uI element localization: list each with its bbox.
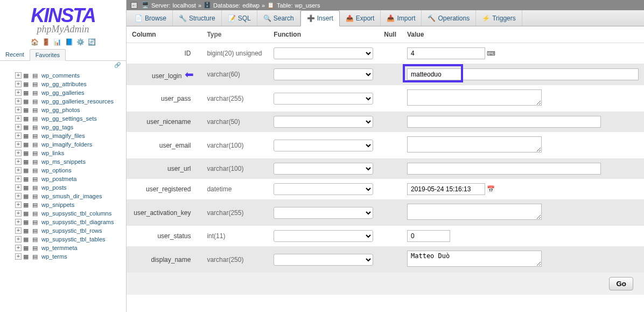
expand-icon[interactable]: + xyxy=(15,227,22,234)
db-link[interactable]: editwp xyxy=(242,2,260,9)
expand-icon[interactable]: + xyxy=(15,107,22,113)
expand-icon[interactable]: + xyxy=(15,245,22,251)
expand-icon[interactable]: + xyxy=(15,72,22,79)
keyboard-icon[interactable]: ⌨ xyxy=(487,50,495,57)
value-input-user_login[interactable] xyxy=(407,68,639,80)
tree-item-wp_supsystic_tbl_columns[interactable]: +▦▤wp_supsystic_tbl_columns xyxy=(0,209,126,218)
expand-icon[interactable]: + xyxy=(15,184,22,191)
tab-favorites[interactable]: Favorites xyxy=(30,49,66,61)
expand-icon[interactable]: + xyxy=(15,98,22,105)
function-select-user_activation_key[interactable] xyxy=(274,207,373,219)
col-value: 📅 xyxy=(402,179,644,199)
value-input-user_nicename[interactable] xyxy=(407,116,601,128)
tree-item-wp_gg_tags[interactable]: +▦▤wp_gg_tags xyxy=(0,123,126,131)
expand-icon[interactable]: + xyxy=(15,115,22,122)
tab-browse[interactable]: 📄Browse xyxy=(129,10,173,26)
server-link[interactable]: localhost xyxy=(172,2,195,9)
home-icon[interactable]: 🏠 xyxy=(31,38,38,46)
reload-icon[interactable]: 🔄 xyxy=(88,38,95,46)
expand-icon[interactable]: + xyxy=(15,158,22,165)
expand-icon[interactable]: + xyxy=(15,176,22,182)
link-icon[interactable]: 🔗 xyxy=(0,61,126,69)
tab-triggers[interactable]: ⚡Triggers xyxy=(476,10,522,26)
tree-item-wp_gg_photos[interactable]: +▦▤wp_gg_photos xyxy=(0,106,126,114)
function-select-display_name[interactable] xyxy=(274,254,373,266)
expand-icon[interactable]: + xyxy=(15,167,22,174)
expand-icon[interactable]: + xyxy=(15,202,22,208)
tab-structure[interactable]: 🔧Structure xyxy=(173,10,222,26)
table-link[interactable]: wp_users xyxy=(295,2,320,9)
expand-icon[interactable]: + xyxy=(15,141,22,148)
tree-item-wp_gg_galleries[interactable]: +▦▤wp_gg_galleries xyxy=(0,88,126,97)
go-button[interactable]: Go xyxy=(609,277,633,290)
function-select-ID[interactable] xyxy=(274,47,373,59)
value-input-user_status[interactable] xyxy=(407,230,450,242)
sidebar: KINSTA phpMyAdmin 🏠 🚪 📊 📘 ⚙️ 🔄 Recent Fa… xyxy=(0,0,127,312)
calendar-icon[interactable]: 📅 xyxy=(487,185,495,193)
exit-icon[interactable]: 🚪 xyxy=(42,38,50,46)
value-input-user_pass[interactable] xyxy=(407,89,542,106)
tree-item-wp_terms[interactable]: +▦▤wp_terms xyxy=(0,252,126,261)
value-input-user_activation_key[interactable] xyxy=(407,204,542,220)
tree-label: wp_options xyxy=(41,167,72,174)
value-input-ID[interactable] xyxy=(407,47,485,59)
expand-icon[interactable]: + xyxy=(15,133,22,139)
tab-sql[interactable]: 📝SQL xyxy=(222,10,257,26)
expand-icon[interactable]: + xyxy=(15,89,22,96)
function-select-user_pass[interactable] xyxy=(274,93,373,105)
expand-icon[interactable]: + xyxy=(15,150,22,156)
expand-icon[interactable]: + xyxy=(15,81,22,87)
tree-item-wp_comments[interactable]: +▦▤wp_comments xyxy=(0,71,126,80)
tree-label: wp_posts xyxy=(41,184,66,191)
value-input-user_registered[interactable] xyxy=(407,183,485,195)
function-select-user_nicename[interactable] xyxy=(274,116,373,128)
tree-label: wp_supsystic_tbl_columns xyxy=(41,210,111,217)
tree-item-wp_smush_dir_images[interactable]: +▦▤wp_smush_dir_images xyxy=(0,192,126,200)
value-input-display_name[interactable]: Matteo Duò xyxy=(407,251,542,267)
tree-item-wp_imagify_folders[interactable]: +▦▤wp_imagify_folders xyxy=(0,140,126,149)
tree-item-wp_options[interactable]: +▦▤wp_options xyxy=(0,166,126,175)
tree-item-wp_gg_galleries_resources[interactable]: +▦▤wp_gg_galleries_resources xyxy=(0,97,126,106)
tree-item-wp_gg_settings_sets[interactable]: +▦▤wp_gg_settings_sets xyxy=(0,114,126,123)
function-select-user_email[interactable] xyxy=(274,140,373,151)
nav-left-icon[interactable]: ← xyxy=(131,2,137,9)
expand-icon[interactable]: + xyxy=(15,236,22,242)
table-struct-icon: ▤ xyxy=(32,115,40,122)
table-icon: 📋 xyxy=(267,2,275,9)
tab-search[interactable]: 🔍Search xyxy=(257,10,300,26)
settings-icon[interactable]: ⚙️ xyxy=(76,38,84,46)
tab-export[interactable]: 📤Export xyxy=(340,10,381,26)
row-user_nicename: user_nicenamevarchar(50) xyxy=(127,112,644,132)
expand-icon[interactable]: + xyxy=(15,253,22,260)
tree-item-wp_ms_snippets[interactable]: +▦▤wp_ms_snippets xyxy=(0,157,126,166)
function-select-user_url[interactable] xyxy=(274,163,373,175)
tree-item-wp_supsystic_tbl_tables[interactable]: +▦▤wp_supsystic_tbl_tables xyxy=(0,235,126,244)
value-input-user_email[interactable] xyxy=(407,136,542,152)
tree-item-wp_supsystic_tbl_rows[interactable]: +▦▤wp_supsystic_tbl_rows xyxy=(0,226,126,235)
expand-icon[interactable]: + xyxy=(15,193,22,199)
tab-insert[interactable]: ➕Insert xyxy=(300,10,340,26)
tree-item-wp_snippets[interactable]: +▦▤wp_snippets xyxy=(0,200,126,209)
tree-item-wp_postmeta[interactable]: +▦▤wp_postmeta xyxy=(0,175,126,183)
tree-item-wp_gg_attributes[interactable]: +▦▤wp_gg_attributes xyxy=(0,80,126,88)
docs-icon[interactable]: 📘 xyxy=(65,38,73,46)
value-input-user_url[interactable] xyxy=(407,163,601,175)
expand-icon[interactable]: + xyxy=(15,124,22,130)
query-icon[interactable]: 📊 xyxy=(53,38,61,46)
expand-icon[interactable]: + xyxy=(15,210,22,217)
function-select-user_login[interactable] xyxy=(274,68,373,80)
tree-item-wp_posts[interactable]: +▦▤wp_posts xyxy=(0,183,126,192)
tree-label: wp_gg_settings_sets xyxy=(41,115,97,122)
tree-item-wp_links[interactable]: +▦▤wp_links xyxy=(0,149,126,157)
tree-item-wp_imagify_files[interactable]: +▦▤wp_imagify_files xyxy=(0,131,126,140)
function-select-user_status[interactable] xyxy=(274,230,373,242)
tab-import[interactable]: 📥Import xyxy=(381,10,422,26)
table-struct-icon: ▤ xyxy=(32,150,40,156)
tab-recent[interactable]: Recent xyxy=(0,49,30,60)
tab-operations[interactable]: 🔨Operations xyxy=(422,10,476,26)
function-select-user_registered[interactable] xyxy=(274,183,373,195)
tree-label: wp_imagify_folders xyxy=(41,141,92,148)
tree-item-wp_termmeta[interactable]: +▦▤wp_termmeta xyxy=(0,244,126,252)
tree-item-wp_supsystic_tbl_diagrams[interactable]: +▦▤wp_supsystic_tbl_diagrams xyxy=(0,218,126,226)
expand-icon[interactable]: + xyxy=(15,219,22,225)
